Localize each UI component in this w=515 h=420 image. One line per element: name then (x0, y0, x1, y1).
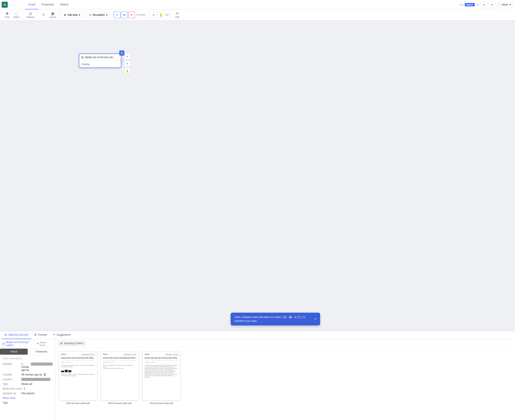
thumb-controls-2: Nav Frame (123, 353, 136, 356)
move-tool-button[interactable]: ✥ Tools (3, 11, 11, 19)
node-container: ⊞ ⊞ Media set of Annual Lett... 3 items … (79, 53, 121, 68)
created-user: █ (44, 373, 46, 376)
transform-table-button[interactable]: ≡ (114, 12, 120, 18)
preview-label: Preview (38, 333, 47, 336)
tab-proposals[interactable]: Proposals (38, 0, 57, 9)
thumb-text-3: We were profitable for the first time in… (103, 365, 136, 368)
dataset-icon: ⊞ (3, 342, 5, 345)
show-more-link[interactable]: Show more (3, 397, 52, 399)
updated-via-value: File imports (21, 392, 35, 395)
layout-dots-button[interactable]: ⁞⁞ (40, 12, 47, 18)
checkmark-icon: ✓ (477, 3, 479, 6)
items-grid: GPlace Nav Frame Annual Letter from the … (55, 348, 515, 408)
location-value: ████████████████. (21, 378, 51, 381)
select-label: Select (13, 16, 19, 18)
thumb-title-3: Annual Letter from the Chief Executive O… (145, 357, 178, 359)
tab-preview[interactable]: ⊕ Preview (31, 331, 50, 339)
info-type: Type Media set (3, 382, 52, 385)
info-updated: Updated 1 minute ago by ████████████ (3, 362, 52, 371)
sampling-bar: ⊞ Sampling 5 items (55, 339, 515, 348)
tab-selection-preview[interactable]: ⊞ Selection preview (2, 331, 31, 339)
info-location: Location ████████████████. (3, 378, 52, 381)
updated-label: Updated (3, 362, 20, 366)
transform-remove-button[interactable]: ✕ (128, 12, 135, 18)
report-issue-link[interactable]: ⚑ Report issue (37, 341, 52, 346)
selection-preview-icon: ⊞ (5, 333, 7, 336)
thumb-text-4: In Q4 2022, we earned a profit of $61 mi… (103, 368, 136, 369)
redo-button[interactable]: ↪ (489, 1, 495, 8)
tooltip-banner: Click a dataset node and select an actio… (231, 313, 320, 325)
add-data-chevron: ▾ (79, 13, 80, 16)
branch-selector[interactable]: ⑂ Main ▾ (497, 2, 513, 7)
top-right: □ 1 Batch ✓ ↩ ↪ ⑂ Main ▾ (459, 1, 513, 8)
tab-suggestions[interactable]: ✦ Suggestions (50, 331, 74, 339)
list-item[interactable]: GPlace Nav Frame Annual Letter from the … (101, 351, 139, 405)
branch-icon: ⑂ (499, 3, 501, 6)
thumb-logo-1: GPlace (61, 353, 66, 355)
selection-preview-label: Selection preview (8, 333, 28, 336)
node-connector[interactable] (120, 59, 123, 62)
tags-label: Tags (3, 401, 52, 404)
report-icon: ⚑ (37, 343, 39, 345)
subtab-schedules[interactable]: Schedules (28, 349, 55, 355)
item-thumbnail-2[interactable]: GPlace Nav Frame Annual Letter from the … (101, 351, 139, 400)
created-value: 48 minutes ago by (21, 373, 42, 376)
top-tab-nav: Graph Proposals History (25, 0, 71, 9)
layout-grid-icon: ▦ (51, 12, 54, 15)
aip-star-button[interactable]: ✦ (150, 12, 157, 18)
info-section: Enter description... Updated 1 minute ag… (0, 355, 55, 406)
thumb-date-1: February 5, 2024 (61, 362, 95, 363)
dataset-name-text: Media set of Annual Letters (6, 341, 37, 347)
edit-button[interactable]: ✏ Edit (174, 11, 181, 19)
reusables-button[interactable]: fx Reusables ▾ (86, 12, 110, 18)
tooltip-close-button[interactable]: × (314, 317, 316, 321)
thumb-title-1: Annual Letter from the Chief Executive O… (61, 357, 95, 359)
layout-dots-icon: ⁞⁞ (42, 13, 45, 17)
breadcrumb: ... › ... (9, 3, 16, 6)
description-placeholder[interactable]: Enter description... (3, 357, 52, 360)
select-tool-button[interactable]: ⬚ Select (12, 11, 21, 19)
layout-label: Layout (49, 16, 56, 18)
reusables-chevron: ▾ (106, 13, 107, 16)
dataset-node[interactable]: ⊞ Media set of Annual Lett... 3 items (79, 53, 121, 68)
add-data-group: ⊕ Add data ▾ (60, 12, 84, 18)
list-item[interactable]: GPlace Nav Frame Annual Letter from the … (142, 351, 181, 405)
add-data-button[interactable]: ⊕ Add data ▾ (61, 12, 83, 18)
edit-group: ✏ Edit (172, 11, 183, 19)
sampling-label: Sampling 5 items (64, 342, 83, 345)
move-icon: ✥ (6, 12, 8, 15)
toolbar: ✥ Tools ⬚ Select ◎ Remove ⁞⁞ ▦ Layout ⊕ … (0, 9, 515, 21)
tab-graph[interactable]: Graph (25, 0, 38, 9)
node-expand-button[interactable]: ⊞ (119, 51, 124, 56)
preview-icon: ⊕ (34, 333, 37, 336)
thumb-controls-3: Nav Frame (165, 353, 178, 356)
node-action-star-button[interactable]: ✦ (124, 61, 130, 67)
undo-button[interactable]: ↩ (481, 1, 487, 8)
thumb-chart-1 (61, 369, 95, 372)
updated-user: ████████████ (31, 362, 52, 366)
list-item[interactable]: GPlace Nav Frame Annual Letter from the … (59, 351, 97, 405)
layout-grid-button[interactable]: ▦ Layout (48, 11, 58, 19)
remove-label: Remove (26, 16, 34, 18)
item-filename-2: 2023 Annual Letter.pdf (108, 402, 131, 405)
canvas-area[interactable]: ⊞ ⊞ Media set of Annual Lett... 3 items … (0, 21, 515, 330)
bottom-tabs: ⊞ Selection preview ⊕ Preview ✦ Suggesti… (0, 331, 515, 339)
bottom-panel: ⊞ Selection preview ⊕ Preview ✦ Suggesti… (0, 330, 515, 420)
location-label: Location (3, 378, 20, 381)
aip-bulb-button[interactable]: 💡 (158, 12, 164, 18)
transform-grid-button[interactable]: ⊞ (121, 12, 128, 18)
item-thumbnail-3[interactable]: GPlace Nav Frame Annual Letter from the … (142, 351, 181, 400)
thumb-title-2: Annual Letter from the Chief Executive O… (103, 357, 136, 359)
media-count-value: 3 (24, 387, 25, 390)
report-label: Report issue (40, 341, 52, 346)
subtab-about[interactable]: About (0, 349, 28, 355)
item-filename-1: 2024 Annual Letter.pdf (66, 402, 90, 405)
info-media-count: Media item count 3 (3, 387, 52, 390)
node-action-bulb-button[interactable]: 💡 (124, 68, 130, 74)
tab-history[interactable]: History (57, 0, 71, 9)
transform-group: ≡ ⊞ ✕ Transform (112, 12, 148, 18)
item-thumbnail-1[interactable]: GPlace Nav Frame Annual Letter from the … (59, 351, 97, 400)
add-data-label: Add data (67, 13, 77, 16)
remove-button[interactable]: ◎ Remove (25, 11, 36, 19)
node-action-transform-button[interactable]: ≡ (124, 53, 130, 60)
